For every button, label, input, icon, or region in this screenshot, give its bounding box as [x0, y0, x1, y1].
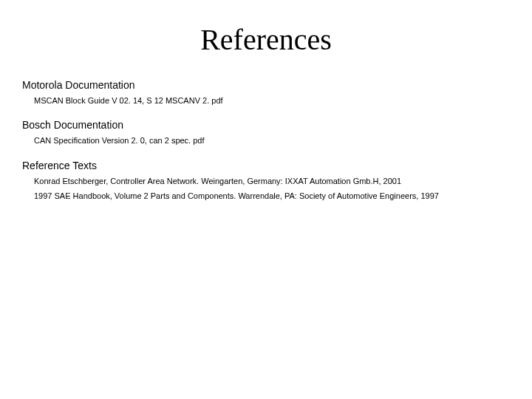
- section-item: CAN Specification Version 2. 0, can 2 sp…: [34, 135, 510, 146]
- section-bosch: Bosch Documentation CAN Specification Ve…: [22, 119, 510, 146]
- section-item: 1997 SAE Handbook, Volume 2 Parts and Co…: [34, 191, 510, 201]
- section-item: Konrad Etschberger, Controller Area Netw…: [34, 176, 510, 186]
- page-title: References: [22, 22, 510, 57]
- section-reference-texts: Reference Texts Konrad Etschberger, Cont…: [22, 160, 510, 202]
- section-motorola: Motorola Documentation MSCAN Block Guide…: [22, 79, 510, 106]
- section-item: MSCAN Block Guide V 02. 14, S 12 MSCANV …: [34, 95, 510, 106]
- section-heading: Bosch Documentation: [22, 119, 510, 131]
- slide-container: References Motorola Documentation MSCAN …: [0, 0, 532, 399]
- section-heading: Motorola Documentation: [22, 79, 510, 91]
- section-heading: Reference Texts: [22, 160, 510, 171]
